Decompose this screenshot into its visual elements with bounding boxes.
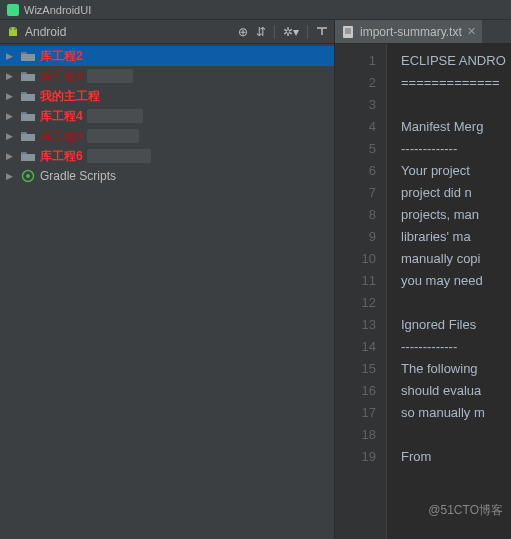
smudge <box>87 149 151 163</box>
expand-arrow-icon[interactable]: ▶ <box>6 131 18 141</box>
expand-arrow-icon[interactable]: ▶ <box>6 71 18 81</box>
tree-item-label: 库工程6 <box>40 148 83 165</box>
tree-item-label: Gradle Scripts <box>40 169 116 183</box>
svg-point-4 <box>26 174 30 178</box>
svg-rect-5 <box>343 26 353 38</box>
folder-icon <box>20 149 36 163</box>
title-bar: WizAndroidUI <box>0 0 511 20</box>
gradle-icon <box>20 169 36 183</box>
hide-icon[interactable] <box>316 24 328 39</box>
tree-item-label: 库工程3 <box>40 68 83 85</box>
svg-rect-0 <box>7 4 19 16</box>
smudge <box>87 69 133 83</box>
settings-icon[interactable]: ✲▾ <box>283 25 299 39</box>
panel-header: Android ⊕ ⇵ ✲▾ <box>0 20 334 44</box>
folder-icon <box>20 129 36 143</box>
android-icon <box>6 25 20 39</box>
tree-item[interactable]: ▶库工程5 <box>0 126 334 146</box>
editor[interactable]: 12345678910111213141516171819 ECLIPSE AN… <box>335 44 511 539</box>
window-title: WizAndroidUI <box>24 4 91 16</box>
tree-item-label: 库工程5 <box>40 128 83 145</box>
tree-item[interactable]: ▶库工程6 <box>0 146 334 166</box>
smudge <box>87 129 139 143</box>
close-icon[interactable]: ✕ <box>467 25 476 38</box>
tree-item[interactable]: ▶Gradle Scripts <box>0 166 334 186</box>
folder-icon <box>20 49 36 63</box>
tree-item[interactable]: ▶库工程3 <box>0 66 334 86</box>
tree-item-label: 库工程4 <box>40 108 83 125</box>
tree-item[interactable]: ▶我的主工程 <box>0 86 334 106</box>
expand-arrow-icon[interactable]: ▶ <box>6 171 18 181</box>
tab-label: import-summary.txt <box>360 25 462 39</box>
app-icon <box>6 3 20 17</box>
panel-title[interactable]: Android <box>25 25 238 39</box>
code-content[interactable]: ECLIPSE ANDRO ============= Manifest Mer… <box>387 44 511 539</box>
tree-item-label: 我的主工程 <box>40 88 100 105</box>
divider <box>307 25 308 39</box>
editor-tabs: import-summary.txt ✕ <box>335 20 511 44</box>
text-file-icon <box>341 25 355 39</box>
project-panel: Android ⊕ ⇵ ✲▾ ▶库工程2▶库工程3▶我的主工程▶库工程4▶库工程… <box>0 20 335 539</box>
expand-arrow-icon[interactable]: ▶ <box>6 91 18 101</box>
folder-icon <box>20 109 36 123</box>
target-icon[interactable]: ⊕ <box>238 25 248 39</box>
expand-arrow-icon[interactable]: ▶ <box>6 51 18 61</box>
watermark: @51CTO博客 <box>428 502 503 519</box>
tree-item[interactable]: ▶库工程4 <box>0 106 334 126</box>
tree-item-label: 库工程2 <box>40 48 83 65</box>
smudge <box>87 109 143 123</box>
folder-icon <box>20 89 36 103</box>
collapse-icon[interactable]: ⇵ <box>256 25 266 39</box>
editor-panel: import-summary.txt ✕ 1234567891011121314… <box>335 20 511 539</box>
gutter: 12345678910111213141516171819 <box>335 44 387 539</box>
expand-arrow-icon[interactable]: ▶ <box>6 111 18 121</box>
tab-import-summary[interactable]: import-summary.txt ✕ <box>335 20 482 43</box>
divider <box>274 25 275 39</box>
expand-arrow-icon[interactable]: ▶ <box>6 151 18 161</box>
svg-point-2 <box>14 28 15 29</box>
project-tree[interactable]: ▶库工程2▶库工程3▶我的主工程▶库工程4▶库工程5▶库工程6▶Gradle S… <box>0 44 334 539</box>
folder-icon <box>20 69 36 83</box>
tree-item[interactable]: ▶库工程2 <box>0 46 334 66</box>
svg-point-1 <box>10 28 11 29</box>
